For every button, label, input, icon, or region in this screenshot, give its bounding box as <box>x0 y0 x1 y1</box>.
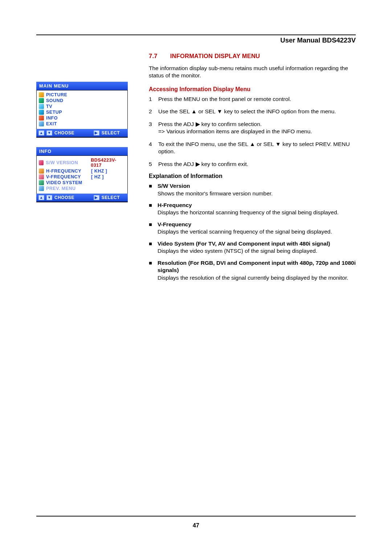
footer-choose-label: CHOOSE <box>54 130 74 135</box>
osd-info-menu: INFO S/W VERSIONBDS4223V-0317H-FREQUENCY… <box>36 147 128 202</box>
step-item: 4To exit the INFO menu, use the SEL ▲ or… <box>149 141 356 155</box>
osd-title: INFO <box>36 147 128 155</box>
osd-info-row: PREV. MENU <box>39 186 125 191</box>
section-title: INFORMATION DISPLAY MENU <box>170 53 260 59</box>
explanation-title: H-Frequency <box>158 202 192 208</box>
osd-info-row: VIDEO SYSTEM <box>39 180 125 186</box>
section-intro: The information display sub-menu retains… <box>149 65 356 80</box>
info-row-value: [ KHZ ] <box>91 169 107 174</box>
info-row-value: BDS4223V-0317 <box>91 158 125 168</box>
square-bullet-icon: ■ <box>149 259 153 281</box>
menu-item-icon <box>39 98 44 103</box>
explanation-desc: Displays the vertical scanning frequency… <box>158 228 332 235</box>
section-number: 7.7 <box>149 53 168 60</box>
osd-main-menu: MAIN MENU PICTURESOUNDTVSETUPINFOEXIT ▲ … <box>36 82 128 138</box>
osd-menu-item: PICTURE <box>39 92 125 98</box>
step-item: 2Use the SEL ▲ or SEL ▼ key to select th… <box>149 108 356 115</box>
info-row-label: H-FREQUENCY <box>46 169 84 174</box>
step-text: Use the SEL ▲ or SEL ▼ key to select the… <box>158 108 356 115</box>
page-header: User Manual BDS4223V <box>280 36 356 44</box>
osd-menu-item: EXIT <box>39 121 125 127</box>
explanation-desc: Displays the video system (NTSC) of the … <box>158 248 317 254</box>
osd-menu-item: SOUND <box>39 98 125 104</box>
info-row-icon <box>39 180 44 185</box>
explanation-item: ■H-FrequencyDisplays the horizontal scan… <box>149 202 356 216</box>
osd-info-row: H-FREQUENCY[ KHZ ] <box>39 168 125 174</box>
arrow-up-icon: ▲ <box>38 195 44 200</box>
step-number: 5 <box>149 161 154 168</box>
square-bullet-icon: ■ <box>149 202 153 216</box>
explanation-desc: Shows the monitor's firmware version num… <box>158 190 273 197</box>
step-text: Press the ADJ ▶ key to confirm selection… <box>158 121 356 135</box>
footer-choose-label: CHOOSE <box>54 195 74 200</box>
info-row-icon <box>39 169 44 174</box>
explanation-item: ■Video System (For TV, AV and Component … <box>149 240 356 255</box>
explanation-item: ■S/W VersionShows the monitor's firmware… <box>149 182 356 197</box>
explanation-desc: Displays the resolution of the signal cu… <box>158 275 348 281</box>
info-row-label: S/W VERSION <box>46 160 83 165</box>
explanation-heading: Explanation of Information <box>149 173 356 179</box>
step-number: 2 <box>149 108 154 115</box>
explanation-title: V-Frequency <box>158 221 191 227</box>
step-item: 1Press the MENU on the front panel or re… <box>149 96 356 103</box>
menu-item-label: TV <box>46 104 52 109</box>
menu-item-label: SETUP <box>46 110 62 115</box>
footer-select-label: SELECT <box>102 130 120 135</box>
page-number: 47 <box>193 522 199 528</box>
info-row-value: [ HZ ] <box>91 174 104 179</box>
menu-item-label: PICTURE <box>46 92 67 97</box>
arrow-down-icon: ▼ <box>46 130 52 135</box>
step-number: 4 <box>149 141 154 155</box>
menu-item-icon <box>39 104 44 109</box>
info-row-icon <box>39 174 44 179</box>
explanation-title: S/W Version <box>158 183 190 189</box>
menu-item-icon <box>39 121 44 126</box>
square-bullet-icon: ■ <box>149 221 153 236</box>
menu-item-label: INFO <box>46 116 58 121</box>
footer-select-label: SELECT <box>102 195 120 200</box>
step-text: To exit the INFO menu, use the SEL ▲ or … <box>158 141 356 155</box>
osd-info-row: V-FREQUENCY[ HZ ] <box>39 174 125 180</box>
info-row-label: V-FREQUENCY <box>46 174 84 179</box>
arrow-up-icon: ▲ <box>38 130 44 135</box>
arrow-down-icon: ▼ <box>46 195 52 200</box>
menu-item-icon <box>39 116 44 121</box>
osd-menu-item: TV <box>39 104 125 109</box>
step-text: Press the MENU on the front panel or rem… <box>158 96 356 103</box>
menu-item-icon <box>39 110 44 115</box>
menu-item-icon <box>39 92 44 97</box>
explanation-title: Video System (For TV, AV and Component i… <box>158 240 330 247</box>
menu-item-label: SOUND <box>46 98 64 103</box>
step-number: 1 <box>149 96 154 103</box>
step-item: 3Press the ADJ ▶ key to confirm selectio… <box>149 121 356 135</box>
arrow-right-icon: ▶ <box>94 195 99 200</box>
info-row-label: PREV. MENU <box>46 186 84 191</box>
info-row-icon <box>39 160 44 165</box>
square-bullet-icon: ■ <box>149 182 153 197</box>
osd-title: MAIN MENU <box>36 82 128 90</box>
osd-info-row: S/W VERSIONBDS4223V-0317 <box>39 157 125 168</box>
osd-menu-item: INFO <box>39 115 125 121</box>
step-item: 5Press the ADJ ▶ key to confirm exit. <box>149 161 356 168</box>
section-heading: 7.7 INFORMATION DISPLAY MENU <box>149 53 356 60</box>
explanation-item: ■V-FrequencyDisplays the vertical scanni… <box>149 221 356 236</box>
osd-menu-item: SETUP <box>39 109 125 115</box>
square-bullet-icon: ■ <box>149 240 153 255</box>
info-row-label: VIDEO SYSTEM <box>46 180 84 185</box>
arrow-right-icon: ▶ <box>94 130 99 135</box>
accessing-heading: Accessing Information Display Menu <box>149 86 356 93</box>
step-text: Press the ADJ ▶ key to confirm exit. <box>158 161 356 168</box>
step-number: 3 <box>149 121 154 135</box>
explanation-title: Resolution (For RGB, DVI and Component i… <box>158 260 356 273</box>
explanation-desc: Displays the horizontal scanning frequen… <box>158 209 339 215</box>
explanation-item: ■Resolution (For RGB, DVI and Component … <box>149 259 356 281</box>
info-row-icon <box>39 186 44 191</box>
menu-item-label: EXIT <box>46 121 57 126</box>
